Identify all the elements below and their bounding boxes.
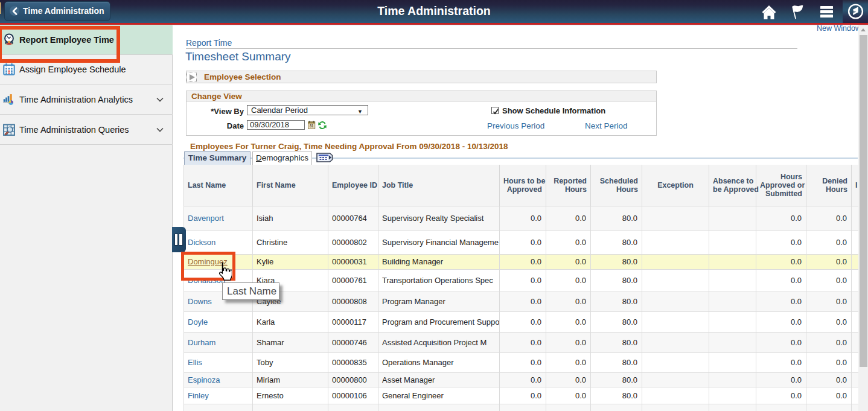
svg-text:31: 31 xyxy=(309,124,314,128)
